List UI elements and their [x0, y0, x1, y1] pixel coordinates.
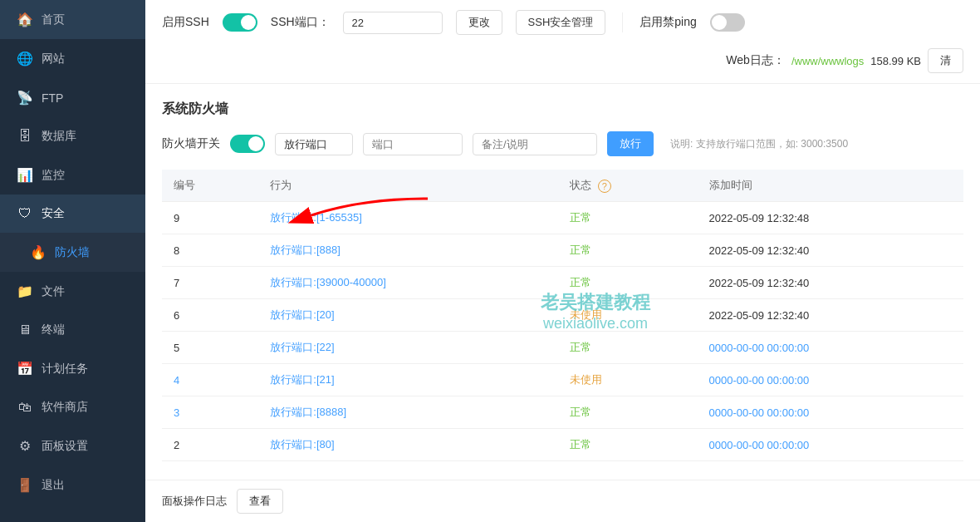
cell-status: 正常 [558, 234, 697, 267]
firewall-switch-label: 防火墙开关 [162, 136, 220, 151]
sidebar-item-label: 防火墙 [55, 245, 90, 260]
row-id-link[interactable]: 4 [174, 374, 179, 387]
cell-status: 正常 [558, 332, 697, 364]
table-row: 9放行端口:[1-65535]正常2022-05-09 12:32:48 [162, 202, 963, 234]
col-status: 状态 ? [558, 170, 697, 202]
table-row: 4放行端口:[21]未使用0000-00-00 00:00:00 [162, 364, 963, 396]
action-link[interactable]: 放行端口:[888] [270, 244, 341, 256]
port-input[interactable] [363, 133, 463, 155]
sidebar-item-monitor[interactable]: 📊 监控 [0, 155, 145, 195]
appstore-icon: 🛍 [17, 400, 33, 415]
sidebar-item-tasks[interactable]: 📅 计划任务 [0, 349, 145, 388]
cell-id: 9 [162, 202, 258, 234]
table-row: 3放行端口:[8888]正常0000-00-00 00:00:00 [162, 396, 963, 429]
ping-label: 启用禁ping [639, 15, 696, 30]
sidebar-item-files[interactable]: 📁 文件 [0, 272, 145, 311]
action-link[interactable]: 放行端口:[22] [270, 341, 334, 353]
weblog-size: 158.99 KB [870, 55, 921, 67]
ssh-toggle[interactable] [223, 13, 257, 32]
sidebar-item-label: 网站 [42, 52, 65, 66]
sidebar-item-label: 首页 [42, 12, 65, 27]
weblog-path[interactable]: /www/wwwlogs [791, 55, 864, 67]
sidebar-item-database[interactable]: 🗄 数据库 [0, 117, 145, 155]
ssh-security-button[interactable]: SSH安全管理 [516, 10, 606, 35]
change-button[interactable]: 更改 [456, 10, 502, 35]
action-link[interactable]: 放行端口:[80] [270, 438, 334, 451]
cell-action: 放行端口:[888] [258, 234, 558, 267]
sidebar-item-logout[interactable]: 🚪 退出 [0, 465, 145, 505]
cell-time: 2022-05-09 12:32:40 [698, 234, 964, 267]
port-type-select-wrapper: 放行端口 [275, 133, 353, 155]
sidebar-item-security[interactable]: 🛡 安全 [0, 195, 145, 233]
monitor-icon: 📊 [17, 167, 33, 183]
view-log-button[interactable]: 查看 [237, 489, 283, 514]
sidebar-item-firewall[interactable]: 🔥 防火墙 [0, 233, 145, 272]
action-link[interactable]: 放行端口:[1-65535] [270, 211, 362, 224]
cell-time: 2022-05-09 12:32:48 [698, 202, 964, 234]
cell-id: 2 [162, 429, 258, 461]
action-link[interactable]: 放行端口:[20] [270, 308, 334, 321]
firewall-table: 编号 行为 状态 ? 添加时间 9放行端口:[1-65535]正常2022-05… [162, 170, 963, 461]
database-icon: 🗄 [17, 129, 33, 144]
sidebar-item-label: 安全 [42, 206, 65, 221]
col-action: 行为 [258, 170, 558, 202]
sidebar-item-home[interactable]: 🏠 首页 [0, 0, 145, 39]
files-icon: 📁 [17, 283, 33, 299]
cell-status: 正常 [558, 429, 697, 461]
remark-input[interactable] [473, 133, 597, 155]
table-row: 7放行端口:[39000-40000]正常2022-05-09 12:32:40 [162, 267, 963, 299]
sidebar-item-website[interactable]: 🌐 网站 [0, 39, 145, 78]
status-badge: 正常 [570, 341, 591, 353]
cell-status: 未使用 [558, 299, 697, 332]
cell-id: 3 [162, 396, 258, 429]
row-id-link[interactable]: 3 [174, 406, 179, 419]
port-type-select[interactable]: 放行端口 [275, 133, 353, 155]
status-badge: 未使用 [570, 373, 602, 386]
firewall-controls: 防火墙开关 放行端口 放行 说明: 支持放行端口范围，如: 3000:3500 [162, 131, 963, 156]
table-row: 6放行端口:[20]未使用2022-05-09 12:32:40 [162, 299, 963, 332]
status-help-icon[interactable]: ? [598, 180, 611, 193]
cell-status: 未使用 [558, 364, 697, 396]
status-badge: 正常 [570, 276, 591, 288]
cell-action: 放行端口:[1-65535] [258, 202, 558, 234]
home-icon: 🏠 [17, 12, 33, 27]
separator [622, 12, 623, 32]
cell-action: 放行端口:[39000-40000] [258, 267, 558, 299]
ssh-port-input[interactable] [343, 12, 443, 34]
cell-action: 放行端口:[21] [258, 364, 558, 396]
firewall-toggle[interactable] [230, 135, 265, 153]
cell-action: 放行端口:[20] [258, 299, 558, 332]
section-title: 系统防火墙 [162, 101, 963, 118]
sidebar-item-label: FTP [42, 91, 63, 105]
ping-toggle[interactable] [710, 13, 745, 32]
cell-id: 7 [162, 267, 258, 299]
cell-time: 0000-00-00 00:00:00 [698, 429, 964, 461]
status-badge: 正常 [570, 244, 591, 256]
logout-icon: 🚪 [17, 477, 33, 493]
sidebar-item-settings[interactable]: ⚙ 面板设置 [0, 426, 145, 465]
terminal-icon: 🖥 [17, 323, 33, 337]
status-badge: 正常 [570, 211, 591, 224]
action-link[interactable]: 放行端口:[39000-40000] [270, 276, 385, 288]
action-link[interactable]: 放行端口:[21] [270, 373, 334, 386]
sidebar-item-appstore[interactable]: 🛍 软件商店 [0, 388, 145, 426]
cell-status: 正常 [558, 202, 697, 234]
sidebar-item-terminal[interactable]: 🖥 终端 [0, 311, 145, 349]
cell-action: 放行端口:[8888] [258, 396, 558, 429]
allow-button[interactable]: 放行 [607, 131, 654, 156]
action-link[interactable]: 放行端口:[8888] [270, 406, 346, 418]
settings-icon: ⚙ [17, 438, 33, 454]
col-time: 添加时间 [698, 170, 964, 202]
cell-time: 0000-00-00 00:00:00 [698, 396, 964, 429]
tasks-icon: 📅 [17, 361, 33, 377]
main-wrapper: 启用SSH SSH端口： 更改 SSH安全管理 启用禁ping Web日志： /… [145, 0, 980, 522]
table-row: 8放行端口:[888]正常2022-05-09 12:32:40 [162, 234, 963, 267]
sidebar-item-label: 面板设置 [42, 439, 88, 454]
bottom-bar: 面板操作日志 查看 [145, 480, 980, 522]
clear-log-button[interactable]: 清 [928, 48, 963, 73]
sidebar-item-label: 软件商店 [42, 400, 88, 415]
cell-time: 0000-00-00 00:00:00 [698, 332, 964, 364]
status-badge: 未使用 [570, 308, 602, 321]
cell-action: 放行端口:[80] [258, 429, 558, 461]
sidebar-item-ftp[interactable]: 📡 FTP [0, 78, 145, 117]
